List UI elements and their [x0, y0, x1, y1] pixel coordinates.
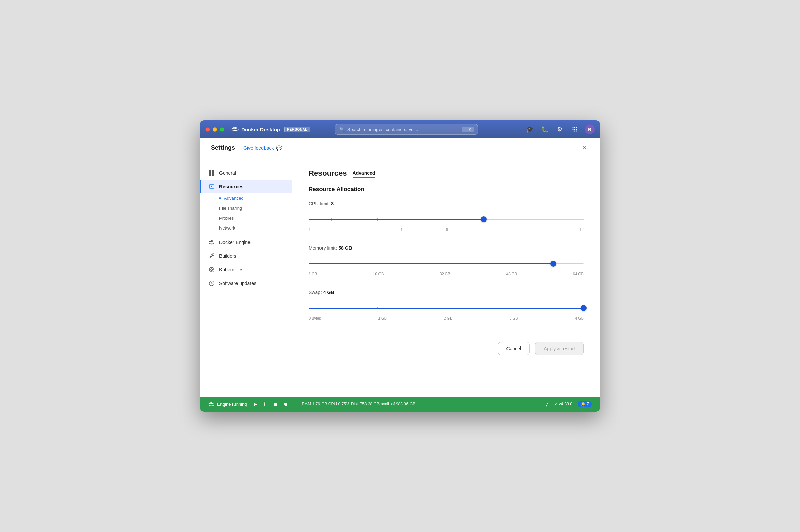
- svg-point-19: [211, 186, 212, 187]
- close-button[interactable]: ✕: [580, 143, 589, 153]
- sidebar-sub-network[interactable]: Network: [200, 223, 292, 233]
- swap-label: Swap: 4 GB: [309, 290, 584, 295]
- search-shortcut: ⌘K: [462, 127, 474, 132]
- svg-rect-4: [235, 127, 237, 128]
- feedback-icon: 💬: [276, 145, 282, 151]
- stop-btn[interactable]: ⏹: [272, 401, 279, 408]
- bug-icon[interactable]: 🐛: [540, 124, 549, 134]
- svg-point-11: [573, 131, 574, 132]
- main-layout: General Resources Advanced File sharing: [200, 158, 600, 397]
- settings-title: Settings: [211, 144, 235, 151]
- builders-label: Builders: [219, 253, 237, 259]
- sidebar-item-docker-engine[interactable]: Docker Engine: [200, 236, 292, 249]
- svg-point-7: [576, 127, 577, 128]
- cancel-button[interactable]: Cancel: [498, 342, 530, 355]
- sidebar-item-builders[interactable]: Builders: [200, 249, 292, 263]
- grid-icon[interactable]: [570, 124, 580, 134]
- svg-rect-16: [209, 173, 211, 176]
- sidebar-sub-proxies[interactable]: Proxies: [200, 213, 292, 223]
- give-feedback-link[interactable]: Give feedback 💬: [243, 145, 282, 151]
- settings-header: Settings Give feedback 💬 ✕: [200, 138, 600, 158]
- tab-advanced[interactable]: Advanced: [353, 169, 375, 178]
- sidebar-item-kubernetes[interactable]: Kubernetes: [200, 263, 292, 277]
- svg-point-5: [573, 127, 574, 128]
- app-name-label: Docker Desktop: [241, 127, 280, 132]
- cpu-thumb[interactable]: [481, 216, 487, 222]
- action-buttons: Cancel Apply & restart: [309, 334, 584, 358]
- sidebar-item-general[interactable]: General: [200, 166, 292, 180]
- stats-text: RAM 1.76 GB CPU 0.75% Disk 753.28 GB ava…: [302, 402, 415, 407]
- cpu-label: CPU limit: 8: [309, 201, 584, 206]
- svg-rect-1: [233, 128, 235, 129]
- minimize-traffic-light[interactable]: [213, 127, 217, 132]
- restart-btn[interactable]: ⏺: [282, 401, 289, 408]
- svg-rect-22: [211, 240, 213, 241]
- play-btn[interactable]: ▶: [252, 401, 259, 408]
- engine-status-label: Engine running: [217, 402, 247, 407]
- software-updates-label: Software updates: [219, 281, 256, 286]
- learn-icon[interactable]: 🎓: [525, 124, 534, 134]
- sidebar-sub-file-sharing[interactable]: File sharing: [200, 203, 292, 213]
- stats-area: RAM 1.76 GB CPU 0.75% Disk 753.28 GB ava…: [302, 402, 415, 407]
- settings-area: Settings Give feedback 💬 ✕ General: [200, 138, 600, 397]
- advanced-label: Advanced: [224, 196, 244, 201]
- svg-point-9: [574, 129, 575, 130]
- general-icon: [208, 169, 215, 176]
- notifications-badge[interactable]: 🔔 7: [578, 401, 592, 407]
- settings-icon[interactable]: ⚙: [555, 124, 565, 134]
- sidebar-sub-advanced[interactable]: Advanced: [200, 193, 292, 203]
- sidebar: General Resources Advanced File sharing: [200, 158, 292, 397]
- status-controls: ▶ ⏸ ⏹ ⏺: [252, 401, 289, 408]
- terminal-icon[interactable]: _/: [543, 401, 549, 407]
- svg-point-8: [573, 129, 574, 130]
- svg-rect-34: [210, 402, 212, 403]
- kubernetes-icon: [208, 266, 215, 273]
- svg-rect-32: [210, 403, 212, 404]
- avatar[interactable]: R: [585, 124, 595, 134]
- search-icon: 🔍: [339, 127, 345, 132]
- memory-thumb[interactable]: [550, 261, 556, 267]
- search-bar[interactable]: 🔍 Search for images, containers, vol... …: [335, 124, 478, 135]
- svg-rect-15: [212, 170, 214, 173]
- svg-rect-33: [212, 403, 214, 404]
- docker-engine-label: Docker Engine: [219, 240, 251, 245]
- svg-point-12: [574, 131, 575, 132]
- maximize-traffic-light[interactable]: [220, 127, 224, 132]
- apply-restart-button[interactable]: Apply & restart: [535, 342, 584, 355]
- titlebar: Docker Desktop PERSONAL 🔍 Search for ima…: [200, 120, 600, 138]
- sidebar-item-software-updates[interactable]: Software updates: [200, 277, 292, 290]
- cpu-section: CPU limit: 8: [309, 201, 584, 232]
- checkmark-icon: ✓: [554, 402, 558, 407]
- svg-rect-14: [209, 170, 211, 173]
- feedback-label: Give feedback: [243, 145, 274, 151]
- plan-badge: PERSONAL: [284, 127, 310, 132]
- pause-btn[interactable]: ⏸: [261, 401, 269, 408]
- sidebar-item-resources[interactable]: Resources: [200, 180, 292, 193]
- svg-rect-0: [232, 128, 233, 129]
- svg-point-10: [576, 129, 577, 130]
- content-header: Resources Advanced: [309, 169, 584, 178]
- cpu-fill: [309, 219, 484, 220]
- cpu-slider[interactable]: [309, 212, 584, 226]
- status-bar: Engine running ▶ ⏸ ⏹ ⏺ RAM 1.76 GB CPU 0…: [200, 397, 600, 412]
- cpu-track: [309, 219, 584, 220]
- swap-thumb[interactable]: [581, 305, 587, 311]
- content-title: Resources: [309, 169, 347, 178]
- version-text: v4.33.0: [559, 402, 572, 407]
- builders-icon: [208, 253, 215, 260]
- memory-slider[interactable]: [309, 257, 584, 270]
- version-info: ✓ v4.33.0: [554, 402, 572, 407]
- swap-fill: [309, 308, 584, 309]
- docker-status-icon: [208, 402, 214, 407]
- close-traffic-light[interactable]: [205, 127, 210, 132]
- file-sharing-label: File sharing: [219, 206, 242, 211]
- cpu-value: 8: [331, 201, 334, 206]
- svg-rect-17: [212, 173, 214, 176]
- resources-icon: [208, 183, 215, 190]
- swap-slider[interactable]: [309, 301, 584, 315]
- right-controls: _/ ✓ v4.33.0 🔔 7: [543, 401, 592, 407]
- resources-label: Resources: [219, 184, 244, 189]
- svg-rect-21: [211, 241, 213, 242]
- app-window: Docker Desktop PERSONAL 🔍 Search for ima…: [200, 120, 600, 412]
- network-label: Network: [219, 225, 235, 231]
